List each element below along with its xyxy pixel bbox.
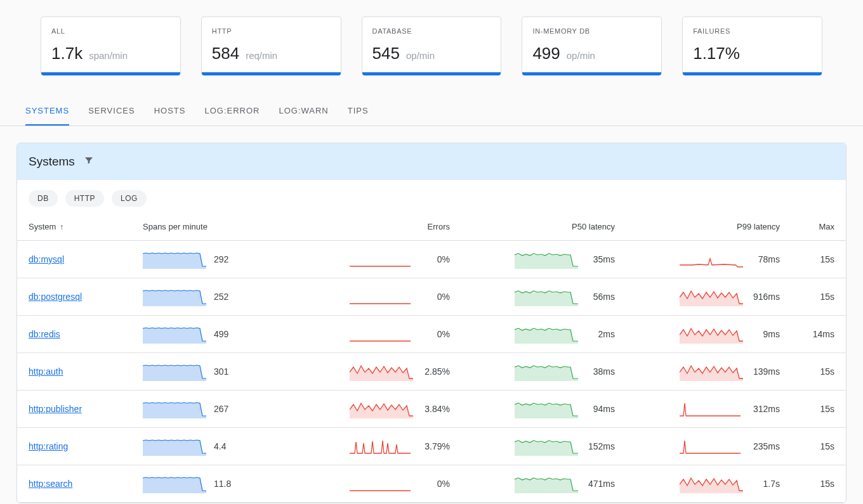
panel-title: Systems	[29, 155, 75, 169]
p50-value: 2ms	[586, 329, 615, 339]
stat-card-failures[interactable]: FAILURES1.17%	[682, 16, 822, 75]
stat-card-http[interactable]: HTTP584req/min	[201, 16, 341, 75]
errors-value: 0%	[421, 329, 450, 339]
system-link[interactable]: http:rating	[29, 441, 68, 451]
spans-value: 4.4	[214, 441, 243, 451]
col-errors[interactable]: Errors	[296, 213, 461, 241]
sparkline-p50-icon	[515, 437, 578, 456]
tab-log-warn[interactable]: LOG:WARN	[279, 97, 328, 126]
system-link[interactable]: db:postgresql	[29, 292, 82, 302]
max-value: 15s	[820, 292, 834, 302]
sparkline-icon	[680, 474, 743, 493]
p50-value: 94ms	[586, 404, 615, 414]
stat-card-unit: span/min	[89, 50, 128, 61]
table-row: http:auth3012.85%38ms139ms15s	[17, 353, 846, 391]
panel-header: Systems	[17, 143, 846, 180]
stat-cards: ALL1.7kspan/minHTTP584req/minDATABASE545…	[0, 0, 863, 97]
stat-card-value: 1.7k	[51, 44, 82, 63]
table-row: http:search11.80%471ms1.7s15s	[17, 465, 846, 503]
p99-value: 312ms	[751, 404, 780, 414]
stat-card-value: 1.17%	[693, 44, 740, 63]
p50-value: 38ms	[586, 366, 615, 377]
stat-card-database[interactable]: DATABASE545op/min	[362, 16, 502, 75]
system-link[interactable]: db:mysql	[29, 254, 64, 264]
sparkline-errors-icon	[350, 287, 413, 306]
systems-table: System ↑ Spans per minute Errors P50 lat…	[17, 213, 846, 503]
systems-panel: Systems DBHTTPLOG System ↑ Spans per min…	[16, 143, 847, 503]
col-p50[interactable]: P50 latency	[461, 213, 626, 241]
sparkline-p50-icon	[515, 325, 578, 344]
chip-log[interactable]: LOG	[112, 190, 147, 207]
tab-hosts[interactable]: HOSTS	[154, 97, 186, 126]
stat-card-in-memory-db[interactable]: IN-MEMORY DB499op/min	[522, 16, 662, 75]
sparkline-errors-icon	[350, 250, 413, 269]
max-value: 15s	[820, 404, 834, 414]
stat-card-label: HTTP	[212, 27, 331, 35]
stat-card-all[interactable]: ALL1.7kspan/min	[41, 16, 181, 75]
col-p99[interactable]: P99 latency	[626, 213, 791, 241]
col-p50-label: P50 latency	[572, 222, 615, 231]
sparkline-errors-icon	[350, 474, 413, 493]
tab-tips[interactable]: TIPS	[348, 97, 369, 126]
sparkline-p50-icon	[515, 250, 578, 269]
tab-log-error[interactable]: LOG:ERROR	[204, 97, 260, 126]
sort-ascending-icon: ↑	[60, 223, 63, 231]
p99-value: 9ms	[751, 329, 780, 339]
col-spans-label: Spans per minute	[143, 222, 208, 231]
stat-card-value: 545	[372, 44, 400, 63]
sparkline-icon	[680, 399, 743, 418]
max-value: 15s	[820, 254, 834, 264]
stat-card-label: FAILURES	[693, 27, 812, 35]
sparkline-icon	[350, 399, 413, 418]
errors-value: 0%	[421, 292, 450, 302]
errors-value: 3.79%	[421, 441, 450, 451]
table-row: db:postgresql2520%56ms916ms15s	[17, 278, 846, 316]
sparkline-icon	[680, 362, 743, 381]
table-row: http:rating4.43.79%152ms235ms15s	[17, 428, 846, 465]
stat-card-value: 584	[212, 44, 239, 63]
sparkline-errors-icon	[350, 437, 413, 456]
col-p99-label: P99 latency	[737, 222, 780, 231]
max-value: 15s	[820, 479, 834, 489]
sparkline-icon	[680, 287, 743, 306]
system-link[interactable]: http:auth	[29, 366, 63, 377]
sparkline-throughput-icon	[143, 325, 206, 344]
max-value: 15s	[820, 366, 834, 377]
max-value: 15s	[820, 441, 834, 451]
stat-card-unit: req/min	[246, 50, 277, 61]
sparkline-p50-icon	[515, 474, 578, 493]
system-link[interactable]: db:redis	[29, 329, 60, 339]
chip-db[interactable]: DB	[29, 190, 58, 207]
errors-value: 0%	[421, 254, 450, 264]
sparkline-icon	[680, 325, 743, 344]
sparkline-icon	[680, 437, 743, 456]
tab-bar: SYSTEMSSERVICESHOSTSLOG:ERRORLOG:WARNTIP…	[0, 97, 863, 126]
p99-value: 1.7s	[751, 479, 780, 489]
stat-card-unit: op/min	[567, 50, 595, 61]
filter-icon[interactable]	[84, 155, 94, 169]
tab-services[interactable]: SERVICES	[88, 97, 135, 126]
col-spans[interactable]: Spans per minute	[131, 213, 296, 241]
stat-card-label: IN-MEMORY DB	[532, 27, 651, 35]
filter-chips: DBHTTPLOG	[17, 180, 846, 213]
spans-value: 252	[214, 292, 243, 302]
col-max[interactable]: Max	[791, 213, 846, 241]
p50-value: 471ms	[586, 479, 615, 489]
sparkline-throughput-icon	[143, 399, 206, 418]
tab-systems[interactable]: SYSTEMS	[25, 97, 69, 126]
chip-http[interactable]: HTTP	[65, 190, 104, 207]
system-link[interactable]: http:search	[29, 479, 72, 489]
sparkline-p50-icon	[515, 287, 578, 306]
sparkline-p50-icon	[515, 362, 578, 381]
stat-card-label: DATABASE	[372, 27, 491, 35]
stat-card-unit: op/min	[406, 50, 435, 61]
col-errors-label: Errors	[428, 222, 450, 231]
p99-value: 235ms	[751, 441, 780, 451]
spans-value: 267	[214, 404, 243, 414]
col-system[interactable]: System ↑	[17, 213, 131, 241]
max-value: 14ms	[813, 329, 834, 339]
spans-value: 11.8	[214, 479, 243, 489]
errors-value: 3.84%	[421, 404, 450, 414]
spans-value: 499	[214, 329, 243, 339]
system-link[interactable]: http:publisher	[29, 404, 82, 414]
